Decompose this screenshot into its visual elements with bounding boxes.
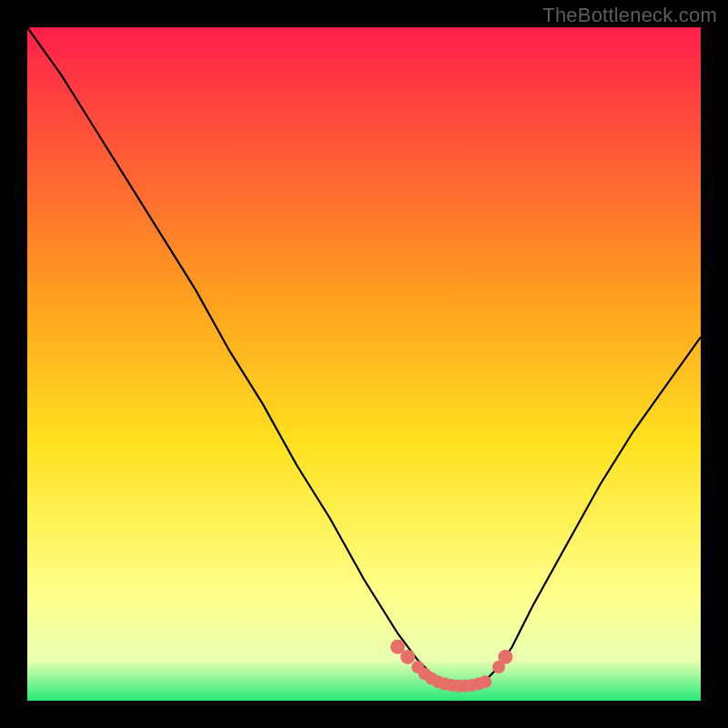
chart-frame: TheBottleneck.com — [0, 0, 728, 728]
marker-dot — [400, 650, 415, 664]
marker-dot — [479, 675, 491, 688]
watermark-text: TheBottleneck.com — [542, 4, 717, 27]
gradient-bg — [27, 27, 701, 701]
chart-svg — [27, 27, 701, 701]
plot-area — [27, 27, 701, 701]
marker-dot — [498, 650, 512, 664]
